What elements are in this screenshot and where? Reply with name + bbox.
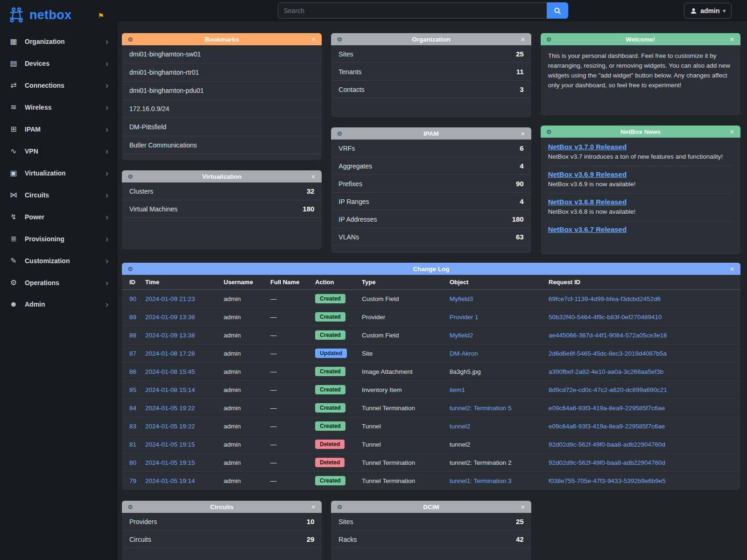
- request-id-link[interactable]: 69fce7cf-1139-4d99-bfea-f3dcbd2452d6: [549, 295, 661, 302]
- sidebar-item[interactable]: ∿ VPN ›: [0, 140, 117, 162]
- stat-label[interactable]: Sites: [338, 50, 353, 58]
- change-time-link[interactable]: 2024-01-05 19:14: [145, 477, 195, 484]
- sidebar-item[interactable]: ≋ Wireless ›: [0, 96, 117, 118]
- request-id-link[interactable]: e09c64a6-93f3-419a-8ea9-229585f7c6ae: [549, 405, 665, 412]
- change-id-link[interactable]: 88: [129, 332, 136, 339]
- search-button[interactable]: [547, 2, 568, 19]
- request-id-link[interactable]: 8d9cd72e-cd0c-47c2-a620-dc899a690c21: [549, 386, 667, 393]
- flag-icon[interactable]: ⚑: [98, 12, 104, 20]
- stat-label[interactable]: IP Addresses: [338, 216, 377, 223]
- gear-icon[interactable]: ⚙: [336, 504, 343, 511]
- sidebar-item[interactable]: ⋈ Circuits ›: [0, 184, 117, 206]
- change-id-link[interactable]: 84: [129, 405, 136, 412]
- change-id-link[interactable]: 87: [129, 350, 136, 357]
- change-time-link[interactable]: 2024-01-09 13:38: [145, 314, 195, 321]
- change-id-link[interactable]: 83: [129, 423, 136, 430]
- change-object[interactable]: Myfield2: [450, 332, 473, 339]
- change-object[interactable]: Provider 1: [450, 314, 479, 321]
- stat-label[interactable]: IP Ranges: [338, 198, 369, 205]
- stat-label[interactable]: Clusters: [129, 188, 153, 195]
- stat-label[interactable]: Aggregates: [338, 162, 372, 170]
- gear-icon[interactable]: ⚙: [336, 36, 343, 43]
- gear-icon[interactable]: ⚙: [545, 36, 553, 43]
- search-input[interactable]: [278, 2, 547, 19]
- change-time-link[interactable]: 2024-01-05 19:15: [145, 459, 195, 466]
- close-icon[interactable]: ×: [519, 503, 527, 511]
- sidebar-item[interactable]: ✎ Customization ›: [0, 250, 117, 272]
- change-object[interactable]: tunnel1: Termination 3: [450, 477, 512, 484]
- bookmark-item[interactable]: DM-Pittsfield: [122, 118, 322, 136]
- change-id-link[interactable]: 90: [129, 295, 136, 302]
- gear-icon[interactable]: ⚙: [127, 173, 134, 180]
- change-time-link[interactable]: 2024-01-09 21:23: [145, 295, 195, 302]
- close-icon[interactable]: ×: [728, 265, 736, 273]
- sidebar-item[interactable]: ⇄ Connections ›: [0, 74, 117, 96]
- change-time-link[interactable]: 2024-01-05 19:22: [145, 423, 195, 430]
- change-id-link[interactable]: 79: [129, 477, 136, 484]
- close-icon[interactable]: ×: [519, 130, 527, 138]
- request-id-link[interactable]: 2d6d6e8f-5465-45dc-8ec3-2019d4087b5a: [549, 350, 667, 357]
- gear-icon[interactable]: ⚙: [127, 36, 134, 43]
- change-id-link[interactable]: 80: [129, 459, 136, 466]
- close-icon[interactable]: ×: [310, 173, 317, 181]
- gear-icon[interactable]: ⚙: [545, 128, 553, 135]
- change-object[interactable]: Myfield3: [450, 295, 473, 302]
- news-headline-link[interactable]: NetBox v3.6.7 Released: [548, 225, 627, 233]
- change-object[interactable]: tunnel2: [450, 423, 470, 430]
- gear-icon[interactable]: ⚙: [127, 266, 134, 273]
- sidebar-item[interactable]: ▣ Virtualization ›: [0, 162, 117, 184]
- stat-label[interactable]: Virtual Machines: [129, 205, 177, 213]
- stat-label[interactable]: Providers: [129, 518, 157, 525]
- sidebar-item[interactable]: ☻ Admin ›: [0, 294, 117, 315]
- sidebar-item[interactable]: ⚙ Operations ›: [0, 272, 117, 294]
- change-object[interactable]: tunnel2: Termination 5: [450, 405, 512, 412]
- close-icon[interactable]: ×: [728, 35, 736, 43]
- change-object[interactable]: item1: [450, 386, 465, 393]
- gear-icon[interactable]: ⚙: [336, 130, 343, 137]
- close-icon[interactable]: ×: [728, 128, 736, 136]
- change-object[interactable]: tunnel2: Termination 2: [450, 459, 512, 466]
- bookmark-item[interactable]: dmi01-binghamton-pdu01: [122, 82, 322, 100]
- change-id-link[interactable]: 85: [129, 386, 136, 393]
- stat-label[interactable]: Circuits: [129, 536, 151, 543]
- request-id-link[interactable]: 92d02d9c-562f-49f0-baa8-adb22904760d: [549, 441, 665, 448]
- stat-label[interactable]: Contacts: [338, 86, 364, 93]
- bookmark-item[interactable]: dmi01-binghamton-rtr01: [122, 63, 322, 82]
- request-id-link[interactable]: e09c64a6-93f3-419a-8ea9-229585f7c6ae: [549, 423, 665, 430]
- sidebar-item[interactable]: ↯ Power ›: [0, 206, 117, 228]
- change-object[interactable]: 8a3gh5.jpg: [450, 368, 481, 375]
- stat-label[interactable]: Prefixes: [338, 180, 362, 188]
- close-icon[interactable]: ×: [310, 35, 317, 43]
- gear-icon[interactable]: ⚙: [127, 504, 134, 511]
- news-headline-link[interactable]: NetBox v3.6.8 Released: [548, 198, 627, 206]
- stat-label[interactable]: Sites: [338, 518, 353, 525]
- request-id-link[interactable]: f038e755-705e-47f3-9433-5392b9e6b9e5: [549, 477, 666, 484]
- change-object[interactable]: DM-Akron: [450, 350, 478, 357]
- user-menu-button[interactable]: admin ▾: [684, 3, 732, 19]
- change-time-link[interactable]: 2024-01-08 17:28: [145, 350, 195, 357]
- stat-label[interactable]: Racks: [338, 536, 357, 543]
- bookmark-item[interactable]: dmi01-binghamton-sw01: [122, 45, 322, 63]
- sidebar-item[interactable]: ⊞ IPAM ›: [0, 118, 117, 140]
- stat-label[interactable]: Tenants: [338, 68, 361, 76]
- change-id-link[interactable]: 86: [129, 368, 136, 375]
- sidebar-item[interactable]: ≣ Provisioning ›: [0, 228, 117, 250]
- change-time-link[interactable]: 2024-01-05 19:22: [145, 405, 195, 412]
- close-icon[interactable]: ×: [519, 35, 527, 43]
- change-time-link[interactable]: 2024-01-08 15:45: [145, 368, 195, 375]
- change-id-link[interactable]: 89: [129, 314, 136, 321]
- request-id-link[interactable]: 50b32f40-5464-4f9c-b83f-0ef270489410: [549, 314, 662, 321]
- change-time-link[interactable]: 2024-01-08 15:14: [145, 386, 195, 393]
- news-headline-link[interactable]: NetBox v3.7.0 Released: [548, 143, 627, 151]
- bookmark-item[interactable]: 172.16.0.9/24: [122, 100, 322, 118]
- stat-label[interactable]: VLANs: [338, 233, 359, 241]
- change-object[interactable]: tunnel2: [450, 441, 470, 448]
- request-id-link[interactable]: ae445066-387d-44f1-9084-572a05ce3e16: [549, 332, 667, 339]
- logo-row[interactable]: netbox ⚑: [0, 0, 117, 30]
- change-id-link[interactable]: 81: [129, 441, 136, 448]
- sidebar-item[interactable]: ▦ Organization ›: [0, 30, 117, 52]
- close-icon[interactable]: ×: [310, 503, 317, 511]
- request-id-link[interactable]: a390fbef-2a82-4e10-aa0a-3c268aa5ef3b: [549, 368, 663, 375]
- bookmark-item[interactable]: Butler Communications: [122, 136, 322, 154]
- change-time-link[interactable]: 2024-01-09 13:38: [145, 332, 195, 339]
